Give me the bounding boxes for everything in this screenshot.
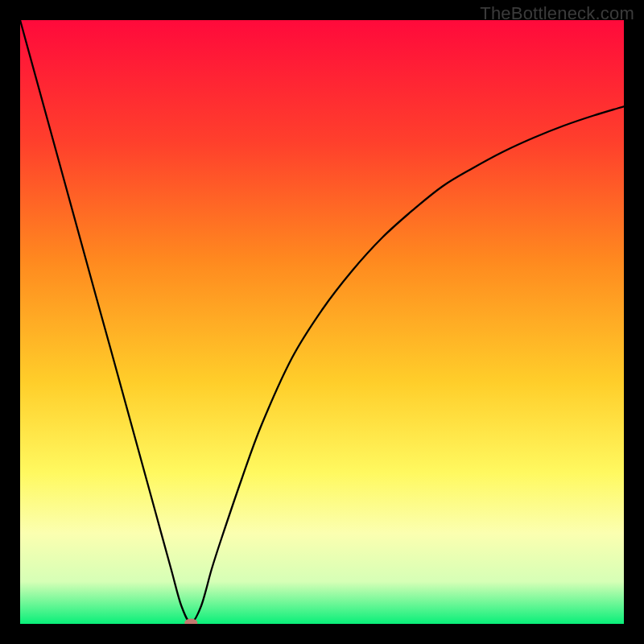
chart-frame: TheBottleneck.com	[0, 0, 644, 644]
plot-area	[20, 20, 624, 624]
watermark-text: TheBottleneck.com	[480, 3, 634, 24]
chart-svg	[20, 20, 624, 624]
gradient-background	[20, 20, 624, 624]
